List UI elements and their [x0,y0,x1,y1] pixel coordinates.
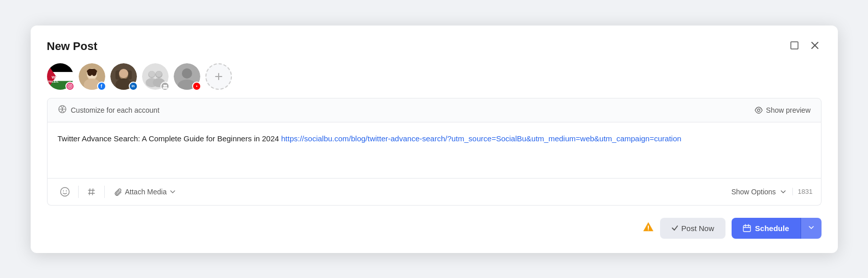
warning-icon [643,221,654,235]
svg-point-48 [65,190,66,191]
svg-point-30 [149,71,155,77]
svg-line-52 [92,189,93,195]
svg-point-24 [119,69,128,78]
show-options-label: Show Options [731,188,776,196]
schedule-button[interactable]: Schedule [732,218,801,239]
svg-rect-55 [743,225,750,232]
svg-point-45 [758,109,760,111]
youtube-badge [192,82,201,91]
linkedin-badge: in [129,82,138,91]
post-text-area[interactable]: Twitter Advance Search: A Complete Guide… [47,122,822,179]
show-options-button[interactable]: Show Options [731,188,786,196]
modal-title: New Post [47,40,98,53]
svg-rect-0 [791,42,798,49]
account-avatar-3[interactable]: in [110,63,137,90]
customize-label: Customize for each account [71,106,160,114]
close-button[interactable] [808,40,822,53]
modal-header: New Post [47,40,822,53]
accounts-row: WITH PALES. [47,63,822,90]
instagram-badge [65,82,75,91]
schedule-group: Schedule [732,218,822,239]
account-avatar-5[interactable] [174,63,200,90]
account-avatar-2[interactable]: f [79,63,105,90]
svg-point-12 [71,85,71,85]
svg-text:WITH: WITH [52,75,61,79]
char-count: 1831 [792,188,813,195]
svg-point-31 [156,71,162,77]
maximize-button[interactable] [788,40,801,53]
new-post-modal: New Post WITH [31,26,838,253]
post-now-button[interactable]: Post Now [660,218,725,239]
svg-point-54 [648,229,649,230]
schedule-dropdown-button[interactable] [801,218,822,239]
toolbar-divider-2 [104,186,105,198]
toolbar-right: Show Options 1831 [731,188,812,196]
attach-media-label: Attach Media [125,188,167,196]
svg-line-51 [89,189,90,195]
account-avatar-1[interactable]: WITH PALES. [47,63,74,90]
toolbar-left: Attach Media [56,184,181,200]
svg-point-11 [69,85,71,87]
customize-bar: Customize for each account Show preview [47,98,822,122]
account-avatar-4[interactable] [142,63,169,90]
svg-point-19 [87,69,97,74]
group-badge [160,82,170,91]
svg-point-33 [165,85,167,87]
svg-point-32 [163,85,165,87]
show-preview-button[interactable]: Show preview [755,106,810,114]
show-preview-label: Show preview [766,106,810,114]
emoji-button[interactable] [56,184,74,200]
toolbar-divider-1 [78,186,79,198]
post-link[interactable]: https://socialbu.com/blog/twitter-advanc… [281,134,681,143]
svg-point-37 [182,68,192,79]
attach-media-button[interactable]: Attach Media [109,185,181,199]
svg-point-47 [63,190,64,191]
modal-controls [788,40,822,53]
post-now-label: Post Now [682,224,714,233]
customize-icon [58,105,67,116]
facebook-badge: f [97,82,106,91]
post-toolbar: Attach Media Show Options 1831 [47,179,822,206]
svg-rect-10 [68,84,72,88]
action-row: Post Now Schedule [47,218,822,239]
hashtag-button[interactable] [83,184,100,199]
svg-point-46 [60,187,69,196]
svg-text:PALES.: PALES. [48,80,59,83]
post-text-plain: Twitter Advance Search: A Complete Guide… [58,134,281,143]
add-account-button[interactable] [205,63,232,90]
customize-left: Customize for each account [58,105,160,116]
schedule-label: Schedule [755,224,789,233]
